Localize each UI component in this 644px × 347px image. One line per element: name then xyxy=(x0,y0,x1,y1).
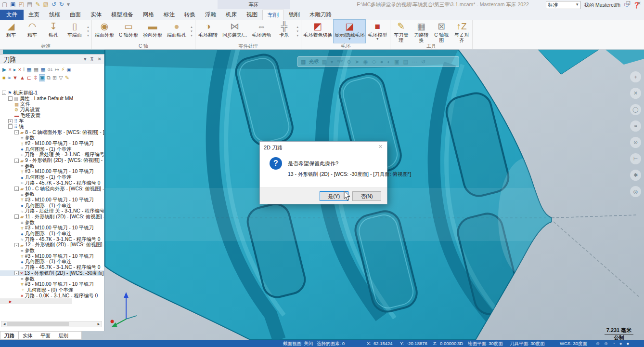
section-icon[interactable]: ◔ xyxy=(612,341,615,346)
pan-icon[interactable]: ＋ xyxy=(630,71,641,82)
no-button[interactable]: 否(N) xyxy=(352,191,381,201)
expander-arrow-icon[interactable]: ▼ xyxy=(190,34,193,37)
simulate-icon[interactable]: ▦ xyxy=(40,67,45,73)
diameter-icon[interactable]: ⊘ xyxy=(630,137,641,148)
open-folder-icon[interactable]: ◰ xyxy=(19,0,24,8)
tab-浮雕[interactable]: 浮雕 xyxy=(200,10,221,20)
tree-item[interactable]: ▬毛坯设置 xyxy=(0,113,104,119)
selection-toolbar[interactable]: ▦ 光标 ▦▾xyz⊕➤◉⬭●◐▣▤⋯↺ xyxy=(297,56,459,67)
expander-arrow-icon[interactable]: ▲ xyxy=(190,26,193,28)
tree-item[interactable]: -⠿铣 xyxy=(0,124,104,130)
tree-item[interactable]: ≡参数 xyxy=(0,191,104,197)
feed-icon[interactable]: ↦ xyxy=(54,67,59,73)
ribbon-button-精车[interactable]: ◠精车 xyxy=(22,20,43,43)
tree-item[interactable]: ► xyxy=(0,298,72,304)
tree-item[interactable]: ●几何图形 - (1) 个串连 xyxy=(0,231,104,237)
tree-item[interactable]: ≈刀路 - 后处理 关 - 3-1.NC - 程序编号 0 xyxy=(0,208,104,214)
tree-item[interactable]: ⚙刀具设置 xyxy=(0,107,104,113)
tree-item[interactable]: -▰9 - 外形铣削 (2D) - [WCS: 俯视图] - [刀具面 xyxy=(0,158,104,163)
tree-item[interactable]: -▰8 - C 轴端面外形 - [WCS: 俯视图] - [刀具面 xyxy=(0,130,104,135)
ribbon-button-毛坯调动[interactable]: ⇔毛坯调动 xyxy=(249,20,273,43)
lock-icon[interactable]: ■ xyxy=(2,75,6,81)
ribbon-button-卡爪[interactable]: ╬卡爪 xyxy=(273,20,295,43)
tree-item[interactable]: Ŧ#3 - M10.00 平铣刀 - 10 平铣刀 xyxy=(0,226,104,231)
tree-item[interactable]: Ŧ#3 - M10.00 平铣刀 - 10 平铣刀 xyxy=(0,169,104,175)
verify-icon[interactable]: ▦ xyxy=(34,67,39,73)
grid-icon[interactable]: ▦ xyxy=(301,59,306,65)
tree-item[interactable]: ≈刀路 - 后处理 关 - 3-1.NC - 程序编号 0 xyxy=(0,152,104,158)
save-icon[interactable]: ▣ xyxy=(10,0,15,8)
tree-item[interactable]: -▰11 - 外形铣削 (2D) - [WCS: 俯视图] - [刀具面 xyxy=(0,214,104,220)
collapse-icon[interactable]: - xyxy=(14,130,19,134)
trash-icon[interactable]: ▽ xyxy=(59,75,63,81)
close-icon[interactable]: ✕ xyxy=(98,56,102,62)
move-down-icon[interactable]: ▼ xyxy=(13,75,18,81)
regen-all-icon[interactable]: × xyxy=(18,67,21,73)
ellipse-icon[interactable]: ⬭ xyxy=(372,59,376,65)
horizontal-scrollbar[interactable]: ◄ ► xyxy=(1,321,102,327)
select-window-icon[interactable]: ▣ xyxy=(39,75,44,81)
circle-icon[interactable]: ◉ xyxy=(363,59,368,65)
tree-item[interactable]: Ŧ#3 - M10.00 平铣刀 - 10 平铣刀 xyxy=(0,254,104,259)
circle-select-icon[interactable]: ◯ xyxy=(630,104,641,115)
tree-item[interactable]: -×13 - 外形铣削 (2D) - [WCS: -30度面] - [刀具 xyxy=(0,270,104,276)
ribbon-button-C 轴视图[interactable]: ⊠C 轴视图 xyxy=(431,20,451,43)
tab-木雕刀路[interactable]: 木雕刀路 xyxy=(305,10,336,20)
xyz-icon[interactable]: xyz xyxy=(337,59,343,65)
ribbon-button-同步装夹/...[interactable]: ⋈同步装夹/... xyxy=(220,20,249,43)
highfeed-icon[interactable]: ⚡ xyxy=(61,67,65,73)
toolpath-display-icon[interactable]: ≈ xyxy=(8,75,11,81)
backplot-icon[interactable]: ▦ xyxy=(26,67,31,73)
expander-arrow-icon[interactable]: ▼ xyxy=(296,34,299,37)
view-quick-buttons[interactable]: ＋✕◯≈⊘⊢✱◎ xyxy=(630,71,641,197)
expander-arrow-icon[interactable]: ▼ xyxy=(87,30,90,33)
section-view-status[interactable]: 截面视图: 关闭 xyxy=(283,341,313,347)
collapse-icon[interactable]: - xyxy=(14,159,19,163)
new-file-icon[interactable]: ▢ xyxy=(2,0,7,8)
cut-icon[interactable]: ✕ xyxy=(630,88,641,99)
tree-item[interactable]: Ŧ#3 - M10.00 平铣刀 - 10 平铣刀 xyxy=(0,281,104,287)
stamp-icon[interactable]: ▧ xyxy=(43,0,48,8)
move-swap-icon[interactable]: ⇕ xyxy=(33,75,38,81)
box-select-icon[interactable]: ▣ xyxy=(394,59,399,65)
gallery-expander[interactable]: ▲▼▼ xyxy=(295,20,300,43)
rows-icon[interactable]: ▤ xyxy=(403,59,408,65)
move-insert-icon[interactable]: ⊏ xyxy=(27,75,31,81)
panel-tab-实体[interactable]: 实体 xyxy=(19,332,37,339)
select-none-icon[interactable]: × xyxy=(9,67,12,73)
tab-机床[interactable]: 机床 xyxy=(221,10,242,20)
tree-item[interactable]: ≡参数 xyxy=(0,276,104,282)
dot2-icon[interactable]: ● xyxy=(626,341,629,346)
tree-item[interactable]: ≈刀路 - 45.7K - 3-1.NC - 程序编号 0 xyxy=(0,237,104,242)
expander-arrow-icon[interactable]: ▼ xyxy=(296,30,299,33)
tab-曲面[interactable]: 曲面 xyxy=(65,10,86,20)
panel-tab-层别[interactable]: 层别 xyxy=(54,332,72,339)
ribbon-button-C 轴外形[interactable]: ▭C 轴外形 xyxy=(116,20,141,43)
tool-plane-status[interactable]: 刀具平面: 30度面 xyxy=(510,341,545,347)
tree-item[interactable]: Ŧ#3 - M10.00 平铣刀 - 10 平铣刀 xyxy=(0,197,104,203)
tree-item[interactable]: ≈刀路 - 45.7K - 3-1.NC - 程序编号 0 xyxy=(0,265,104,270)
ribbon-button-粗车[interactable]: ◢粗车 xyxy=(0,20,22,43)
collapse-icon[interactable]: - xyxy=(14,243,19,247)
tree-item[interactable]: ≡参数 xyxy=(0,248,104,254)
measure-icon[interactable]: ⊢ xyxy=(630,153,641,164)
tree-item[interactable]: -▰12 - 外形铣削 (2D) - [WCS: 俯视图] - [刀具面 xyxy=(0,242,104,248)
collapse-icon[interactable]: - xyxy=(8,124,13,129)
tab-转换[interactable]: 转换 xyxy=(180,10,200,20)
tab-线框[interactable]: 线框 xyxy=(44,10,65,20)
tree-item[interactable]: ≡参数 xyxy=(0,135,104,141)
rotate-icon[interactable]: ↺ xyxy=(421,59,425,65)
tree-item[interactable]: ≡参数 xyxy=(0,220,104,226)
ribbon-button-端面钻孔[interactable]: ●端面钻孔 xyxy=(165,20,189,43)
origin-icon[interactable]: ⊕ xyxy=(347,59,351,65)
ribbon-button-刀路转换[interactable]: ▦刀路转换 xyxy=(411,20,431,43)
gnomon-icon[interactable]: ⊕ xyxy=(596,341,600,346)
wcs-status[interactable]: WCS: 30度面 xyxy=(560,341,587,347)
ribbon-button-径向外形[interactable]: ▬径向外形 xyxy=(141,20,165,43)
wave-icon[interactable]: ≈ xyxy=(630,120,641,132)
expander-arrow-icon[interactable]: ▲ xyxy=(296,26,299,28)
ribbon-button-端面外形[interactable]: ◉端面外形 xyxy=(92,20,116,43)
ribbon-button-车刀管理[interactable]: ✎车刀管理 xyxy=(391,20,411,43)
collapse-icon[interactable]: - xyxy=(14,271,19,275)
tree-item[interactable]: +⠿车 xyxy=(0,118,104,124)
